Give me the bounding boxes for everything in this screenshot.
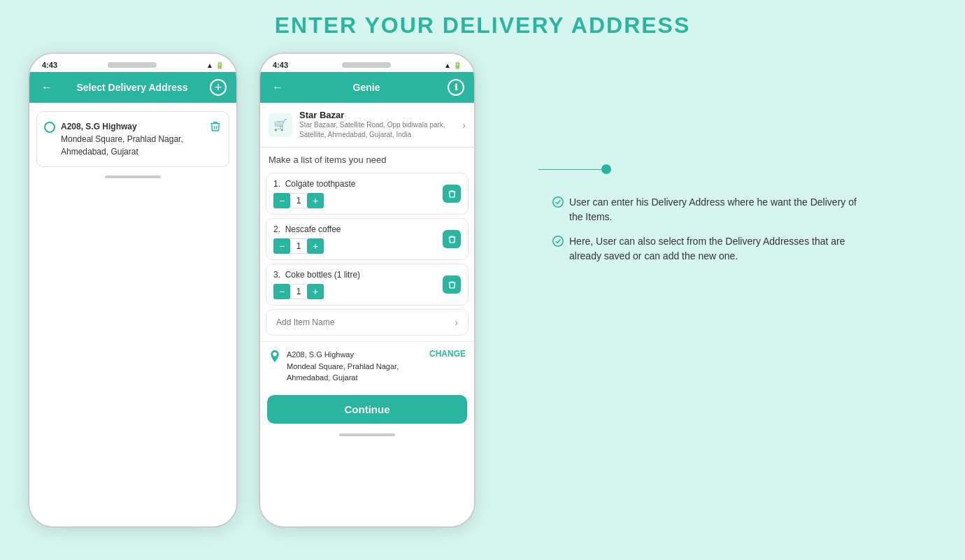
phone-right-time: 4:43 <box>273 61 288 69</box>
add-item-row[interactable]: Add Item Name › <box>266 309 469 336</box>
check-icon-1 <box>552 196 564 210</box>
left-back-button[interactable]: ← <box>39 80 55 95</box>
item-info-1: 1. Colgate toothpaste − 1 + <box>273 179 443 208</box>
svg-point-0 <box>553 197 563 207</box>
pin-icon <box>269 350 281 368</box>
phone-right-status: ▲ 🔋 <box>444 62 462 69</box>
battery-icon-right: 🔋 <box>453 62 462 69</box>
phone-left-status: ▲ 🔋 <box>206 62 224 69</box>
item-name-3: 3. Coke bottles (1 litre) <box>273 270 443 280</box>
qty-plus-1[interactable]: + <box>307 193 324 208</box>
qty-num-1: 1 <box>290 193 307 208</box>
annotation-text-block: User can enter his Delivery Address wher… <box>538 195 923 264</box>
store-info: Star Bazar Star Bazaar, Satellite Road, … <box>299 110 455 140</box>
left-add-button[interactable]: + <box>210 79 227 96</box>
qty-control-1: − 1 + <box>273 193 443 208</box>
annotation-item-2: Here, User can also select from the Deli… <box>552 234 923 264</box>
item-delete-2[interactable] <box>443 230 461 248</box>
phone-left-notch <box>108 62 157 68</box>
address-card: A208, S.G Highway Mondeal Square, Prahla… <box>36 111 229 167</box>
delivery-addr-line2: Mondeal Square, Prahlad Nagar, <box>287 361 424 373</box>
qty-num-2: 1 <box>290 238 307 254</box>
item-card-1: 1. Colgate toothpaste − 1 + <box>266 173 469 215</box>
right-back-button[interactable]: ← <box>270 80 285 95</box>
add-item-chevron-icon: › <box>455 317 458 328</box>
check-icon-2 <box>552 236 564 249</box>
item-delete-3[interactable] <box>443 275 461 294</box>
item-delete-1[interactable] <box>443 185 461 203</box>
battery-icon: 🔋 <box>215 62 224 69</box>
qty-minus-2[interactable]: − <box>273 238 290 254</box>
item-card-3: 3. Coke bottles (1 litre) − 1 + <box>266 264 469 306</box>
address-radio-area: A208, S.G Highway Mondeal Square, Prahla… <box>44 120 183 158</box>
qty-plus-3[interactable]: + <box>307 284 324 299</box>
svg-point-1 <box>553 236 563 246</box>
connector-dot <box>601 164 611 174</box>
delivery-address-bar: A208, S.G Highway Mondeal Square, Prahla… <box>260 341 474 391</box>
item-info-3: 3. Coke bottles (1 litre) − 1 + <box>273 270 443 299</box>
store-bar[interactable]: 🛒 Star Bazar Star Bazaar, Satellite Road… <box>260 103 474 148</box>
change-address-button[interactable]: CHANGE <box>429 349 466 359</box>
address-delete-button[interactable] <box>209 120 222 136</box>
phone-right: 4:43 ▲ 🔋 ← Genie ℹ 🛒 Star Bazar Star Baz… <box>259 52 476 528</box>
qty-control-2: − 1 + <box>273 238 443 254</box>
right-header-title: Genie <box>353 82 380 93</box>
address-line3: Ahmedabad, Gujarat <box>61 145 183 158</box>
item-name-1: 1. Colgate toothpaste <box>273 179 443 189</box>
left-app-header: ← Select Delivery Address + <box>29 72 236 103</box>
item-info-2: 2. Nescafe coffee − 1 + <box>273 224 443 254</box>
add-item-label: Add Item Name <box>276 317 334 327</box>
store-name: Star Bazar <box>299 110 455 120</box>
qty-control-3: − 1 + <box>273 284 443 299</box>
phone-left-topbar: 4:43 ▲ 🔋 <box>29 54 236 72</box>
list-section-title: Make a list of items you need <box>260 148 474 169</box>
left-home-bar <box>105 175 161 178</box>
annotation-text-1: User can enter his Delivery Address wher… <box>569 195 863 224</box>
delivery-addr-text: A208, S.G Highway Mondeal Square, Prahla… <box>287 349 424 384</box>
phone-right-notch <box>342 62 391 68</box>
connector-line <box>538 169 601 170</box>
right-app-header: ← Genie ℹ <box>260 72 474 103</box>
annotation-section: User can enter his Delivery Address wher… <box>496 52 937 264</box>
right-home-bar <box>339 433 395 436</box>
store-icon: 🛒 <box>269 113 292 137</box>
delivery-addr-line3: Ahmedabad, Gujarat <box>287 372 424 384</box>
qty-minus-1[interactable]: − <box>273 193 290 208</box>
qty-num-3: 1 <box>290 284 307 299</box>
delivery-addr-name: A208, S.G Highway <box>287 349 424 361</box>
address-text-block: A208, S.G Highway Mondeal Square, Prahla… <box>61 120 183 158</box>
phone-left-time: 4:43 <box>42 61 57 69</box>
continue-button[interactable]: Continue <box>267 395 467 424</box>
phone-right-topbar: 4:43 ▲ 🔋 <box>260 54 474 72</box>
address-radio[interactable] <box>44 122 55 133</box>
wifi-icon: ▲ <box>206 62 213 69</box>
annotation-text-2: Here, User can also select from the Deli… <box>569 234 863 264</box>
left-header-title: Select Delivery Address <box>76 82 187 93</box>
wifi-icon-right: ▲ <box>444 62 451 69</box>
address-line2: Mondeal Square, Prahlad Nagar, <box>61 133 183 145</box>
address-name: A208, S.G Highway <box>61 120 183 133</box>
right-info-button[interactable]: ℹ <box>448 79 464 96</box>
qty-plus-2[interactable]: + <box>307 238 324 254</box>
store-address: Star Bazaar, Satellite Road, Opp bidiwal… <box>299 120 455 140</box>
annotation-item-1: User can enter his Delivery Address wher… <box>552 195 923 224</box>
qty-minus-3[interactable]: − <box>273 284 290 299</box>
phone-left: 4:43 ▲ 🔋 ← Select Delivery Address + A20… <box>28 52 238 528</box>
item-card-2: 2. Nescafe coffee − 1 + <box>266 218 469 260</box>
connector-row <box>538 164 923 174</box>
store-chevron-icon: › <box>462 120 466 131</box>
item-name-2: 2. Nescafe coffee <box>273 224 443 234</box>
page-title: ENTER YOUR DELIVERY ADDRESS <box>275 13 691 38</box>
